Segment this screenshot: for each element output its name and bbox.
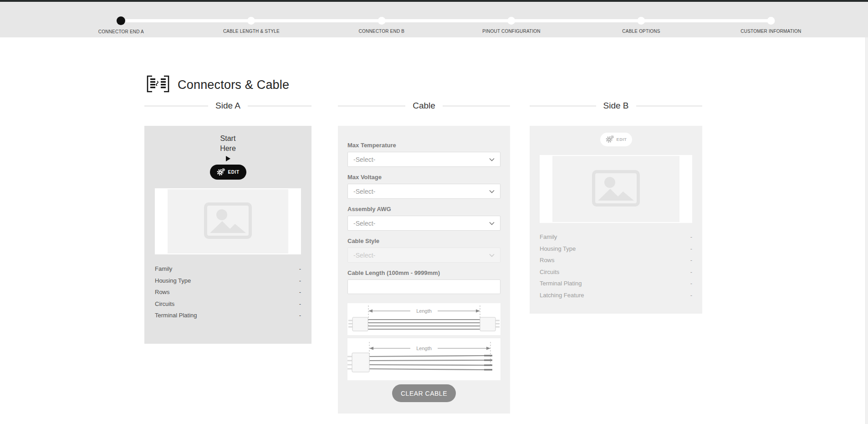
chevron-down-icon xyxy=(489,253,495,257)
spec-row: Family- xyxy=(540,231,692,243)
connectors-icon xyxy=(145,75,171,95)
step-label: CABLE LENGTH & STYLE xyxy=(223,29,280,34)
step-dot-active[interactable] xyxy=(117,16,125,25)
side-a-card: Start Here EDIT xyxy=(144,126,311,344)
cable-card: Max Temperature -Select- Max Voltage -Se… xyxy=(338,126,510,414)
gears-icon xyxy=(216,168,225,177)
cable-length-input[interactable] xyxy=(347,279,500,294)
side-b-heading: Side B xyxy=(530,101,702,111)
page-title: Connectors & Cable xyxy=(178,78,289,92)
side-a-heading: Side A xyxy=(144,101,311,111)
step-customer-information[interactable]: CUSTOMER INFORMATION xyxy=(740,17,801,34)
cable-length-label: Cable Length (100mm - 9999mm) xyxy=(347,269,500,276)
chevron-down-icon xyxy=(489,190,495,193)
cable-style-label: Cable Style xyxy=(347,238,500,244)
step-label: CONNECTOR END B xyxy=(359,29,405,34)
side-b-card: EDIT Family- Housing Type- Rows- xyxy=(530,126,702,314)
step-dot[interactable] xyxy=(247,17,255,25)
max-temperature-select[interactable]: -Select- xyxy=(347,152,500,167)
side-a-image-placeholder xyxy=(155,188,301,254)
max-voltage-select[interactable]: -Select- xyxy=(347,184,500,199)
stepper-track xyxy=(121,19,771,22)
cable-style-select[interactable]: -Select- xyxy=(347,248,500,263)
svg-text:Length: Length xyxy=(416,308,432,314)
step-dot[interactable] xyxy=(767,17,775,25)
assembly-awg-select[interactable]: -Select- xyxy=(347,216,500,231)
image-placeholder-icon xyxy=(204,202,252,241)
step-label: CUSTOMER INFORMATION xyxy=(740,29,801,34)
side-b-edit-button[interactable]: EDIT xyxy=(600,133,632,146)
spec-row: Housing Type- xyxy=(540,243,692,255)
spec-row: Latching Feature- xyxy=(540,290,692,301)
step-label: PINOUT CONFIGURATION xyxy=(482,29,541,34)
step-connector-end-a[interactable]: CONNECTOR END A xyxy=(98,17,144,34)
spec-row: Terminal Plating- xyxy=(155,310,301,321)
arrow-right-icon xyxy=(226,156,230,161)
edit-button-label: EDIT xyxy=(617,137,627,142)
clear-cable-button[interactable]: CLEAR CABLE xyxy=(392,384,456,402)
spec-row: Circuits- xyxy=(155,298,301,310)
max-temperature-label: Max Temperature xyxy=(347,142,500,149)
spec-row: Rows- xyxy=(540,254,692,266)
cable-length-diagram-both-ends: Length xyxy=(347,303,500,335)
spec-row: Terminal Plating- xyxy=(540,278,692,290)
assembly-awg-label: Assembly AWG xyxy=(347,206,500,212)
step-connector-end-b[interactable]: CONNECTOR END B xyxy=(359,17,405,34)
step-label: CABLE OPTIONS xyxy=(622,29,660,34)
step-cable-options[interactable]: CABLE OPTIONS xyxy=(622,17,660,34)
spec-row: Rows- xyxy=(155,286,301,298)
side-a-edit-button[interactable]: EDIT xyxy=(210,165,246,180)
side-b-spec-list: Family- Housing Type- Rows- Circuits- Te… xyxy=(540,231,692,301)
step-pinout-configuration[interactable]: PINOUT CONFIGURATION xyxy=(482,17,541,34)
scrollbar[interactable] xyxy=(865,2,868,424)
spec-row: Family- xyxy=(155,263,301,275)
step-dot[interactable] xyxy=(508,17,516,25)
cable-heading: Cable xyxy=(338,101,510,111)
cable-length-diagram-one-end: Length xyxy=(347,338,500,380)
edit-button-label: EDIT xyxy=(228,170,239,175)
max-voltage-label: Max Voltage xyxy=(347,174,500,181)
start-here-hint: Start Here xyxy=(144,134,311,154)
spec-row: Housing Type- xyxy=(155,275,301,287)
chevron-down-icon xyxy=(489,158,495,161)
gears-icon xyxy=(605,135,614,144)
step-label: CONNECTOR END A xyxy=(98,29,144,34)
step-dot[interactable] xyxy=(378,17,385,25)
page-title-row: Connectors & Cable xyxy=(145,75,289,95)
progress-stepper: CONNECTOR END A CABLE LENGTH & STYLE CON… xyxy=(0,2,868,37)
svg-text:Length: Length xyxy=(416,346,432,351)
image-placeholder-icon xyxy=(592,170,640,208)
step-cable-length-style[interactable]: CABLE LENGTH & STYLE xyxy=(223,17,280,34)
side-a-spec-list: Family- Housing Type- Rows- Circuits- Te… xyxy=(155,263,301,321)
step-dot[interactable] xyxy=(637,17,645,25)
side-b-image-placeholder xyxy=(540,155,692,223)
spec-row: Circuits- xyxy=(540,266,692,278)
chevron-down-icon xyxy=(489,222,495,225)
